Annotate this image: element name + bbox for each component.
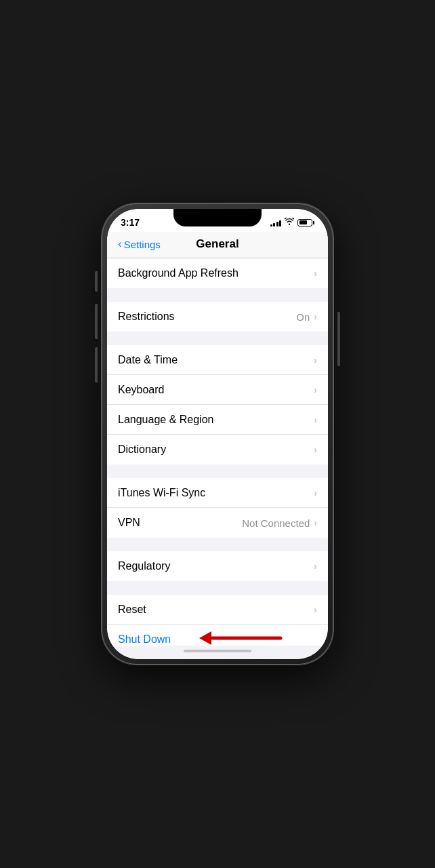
- regulatory-row[interactable]: Regulatory ›: [107, 551, 328, 581]
- phone-frame: 3:17: [102, 203, 333, 665]
- section-regulatory: Regulatory ›: [107, 551, 328, 581]
- chevron-icon: ›: [314, 604, 317, 615]
- background-app-refresh-label: Background App Refresh: [118, 267, 239, 279]
- restrictions-row[interactable]: Restrictions On ›: [107, 302, 328, 332]
- reset-row[interactable]: Reset ›: [107, 595, 328, 625]
- dictionary-label: Dictionary: [118, 443, 166, 456]
- reset-label: Reset: [118, 604, 146, 616]
- dictionary-row[interactable]: Dictionary ›: [107, 435, 328, 465]
- regulatory-label: Regulatory: [118, 560, 170, 572]
- spacer-1: [107, 288, 328, 302]
- chevron-icon: ›: [314, 311, 317, 322]
- vpn-right: Not Connected ›: [242, 517, 317, 529]
- wifi-icon: [285, 218, 294, 227]
- restrictions-right: On ›: [296, 311, 317, 323]
- volume-down-button: [95, 347, 98, 382]
- status-icons: [270, 218, 315, 227]
- shut-down-label: Shut Down: [118, 633, 171, 646]
- chevron-icon: ›: [314, 384, 317, 395]
- background-app-refresh-right: ›: [314, 268, 317, 279]
- itunes-wifi-sync-right: ›: [314, 488, 317, 498]
- spacer-4: [107, 538, 328, 551]
- annotation-arrow: [192, 627, 287, 646]
- date-time-label: Date & Time: [118, 354, 178, 366]
- section-sync: iTunes Wi-Fi Sync › VPN Not Connected ›: [107, 478, 328, 538]
- section-locale: Date & Time › Keyboard › Language & Regi…: [107, 345, 328, 465]
- chevron-icon: ›: [314, 414, 317, 425]
- battery-icon: [297, 219, 314, 226]
- vpn-value: Not Connected: [242, 517, 310, 529]
- chevron-icon: ›: [314, 444, 317, 455]
- chevron-icon: ›: [314, 355, 317, 366]
- language-region-row[interactable]: Language & Region ›: [107, 405, 328, 435]
- keyboard-row[interactable]: Keyboard ›: [107, 375, 328, 405]
- phone-screen: 3:17: [107, 209, 328, 659]
- dictionary-right: ›: [314, 444, 317, 455]
- restrictions-label: Restrictions: [118, 311, 175, 323]
- spacer-3: [107, 465, 328, 478]
- background-app-refresh-row[interactable]: Background App Refresh ›: [107, 258, 328, 288]
- volume-up-button: [95, 304, 98, 339]
- nav-bar: ‹ Settings General: [107, 232, 328, 258]
- chevron-icon: ›: [314, 517, 317, 528]
- home-indicator: [107, 646, 328, 659]
- section-reset: Reset › Shut Down: [107, 595, 328, 646]
- restrictions-value: On: [296, 311, 310, 323]
- date-time-right: ›: [314, 355, 317, 366]
- date-time-row[interactable]: Date & Time ›: [107, 345, 328, 375]
- chevron-icon: ›: [314, 561, 317, 572]
- itunes-wifi-sync-row[interactable]: iTunes Wi-Fi Sync ›: [107, 478, 328, 508]
- language-region-label: Language & Region: [118, 414, 213, 426]
- signal-icon: [270, 219, 282, 226]
- vpn-row[interactable]: VPN Not Connected ›: [107, 508, 328, 538]
- status-time: 3:17: [121, 217, 140, 228]
- power-button: [337, 312, 340, 366]
- language-region-right: ›: [314, 414, 317, 425]
- chevron-left-icon: ‹: [118, 237, 122, 251]
- settings-list: Background App Refresh › Restrictions On…: [107, 258, 328, 646]
- page-title: General: [196, 237, 239, 251]
- keyboard-right: ›: [314, 384, 317, 395]
- reset-right: ›: [314, 604, 317, 615]
- spacer-5: [107, 581, 328, 595]
- home-bar: [184, 650, 251, 652]
- chevron-icon: ›: [314, 488, 317, 498]
- itunes-wifi-sync-label: iTunes Wi-Fi Sync: [118, 487, 205, 499]
- section-restrictions: Restrictions On ›: [107, 302, 328, 332]
- keyboard-label: Keyboard: [118, 384, 165, 396]
- shut-down-row[interactable]: Shut Down: [107, 625, 328, 646]
- back-label: Settings: [124, 239, 161, 250]
- notch: [173, 209, 262, 226]
- back-button[interactable]: ‹ Settings: [118, 237, 161, 251]
- spacer-2: [107, 332, 328, 345]
- section-background-refresh: Background App Refresh ›: [107, 258, 328, 288]
- mute-button: [95, 271, 98, 292]
- chevron-icon: ›: [314, 268, 317, 279]
- regulatory-right: ›: [314, 561, 317, 572]
- vpn-label: VPN: [118, 517, 140, 529]
- svg-marker-1: [199, 631, 211, 645]
- screen-content: 3:17: [107, 209, 328, 659]
